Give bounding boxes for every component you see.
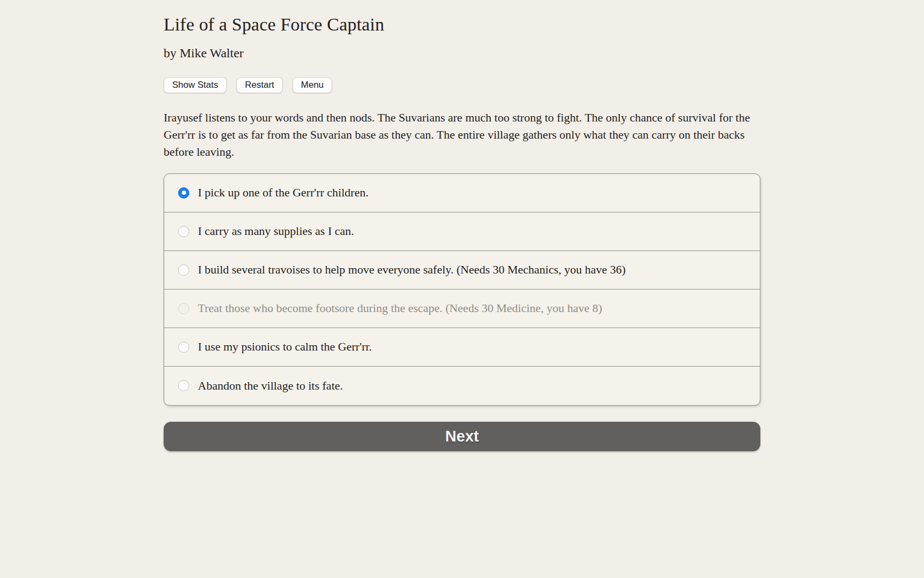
choice-label: Treat those who become footsore during t… [198,300,602,316]
radio-button-icon [178,303,189,314]
choice-row[interactable]: I use my psionics to calm the Gerr'rr. [164,328,760,367]
choice-row[interactable]: I build several travoises to help move e… [164,251,760,290]
choice-label: Abandon the village to its fate. [198,378,343,394]
page-title: Life of a Space Force Captain [164,14,760,36]
choices-list: I pick up one of the Gerr'rr children. I… [164,173,760,406]
choice-label: I carry as many supplies as I can. [198,223,354,239]
choice-label: I build several travoises to help move e… [198,262,626,278]
toolbar: Show Stats Restart Menu [164,77,760,93]
radio-button-icon[interactable] [178,380,189,391]
choice-label: I pick up one of the Gerr'rr children. [198,185,368,201]
show-stats-button[interactable]: Show Stats [164,77,227,93]
radio-button-icon[interactable] [178,341,189,353]
radio-button-icon[interactable] [178,264,189,276]
choice-row[interactable]: I carry as many supplies as I can. [164,212,760,251]
story-paragraph: Irayusef listens to your words and then … [164,109,760,161]
author-byline: by Mike Walter [164,45,760,61]
choice-row[interactable]: Abandon the village to its fate. [164,367,760,405]
menu-button[interactable]: Menu [292,77,333,93]
radio-button-icon[interactable] [178,226,189,237]
radio-button-icon[interactable] [178,187,189,199]
next-button[interactable]: Next [164,422,760,451]
restart-button[interactable]: Restart [236,77,283,93]
choice-row[interactable]: I pick up one of the Gerr'rr children. [164,174,760,212]
choice-label: I use my psionics to calm the Gerr'rr. [198,339,372,355]
choice-row: Treat those who become footsore during t… [164,290,760,328]
content-column: Life of a Space Force Captain by Mike Wa… [164,0,760,451]
